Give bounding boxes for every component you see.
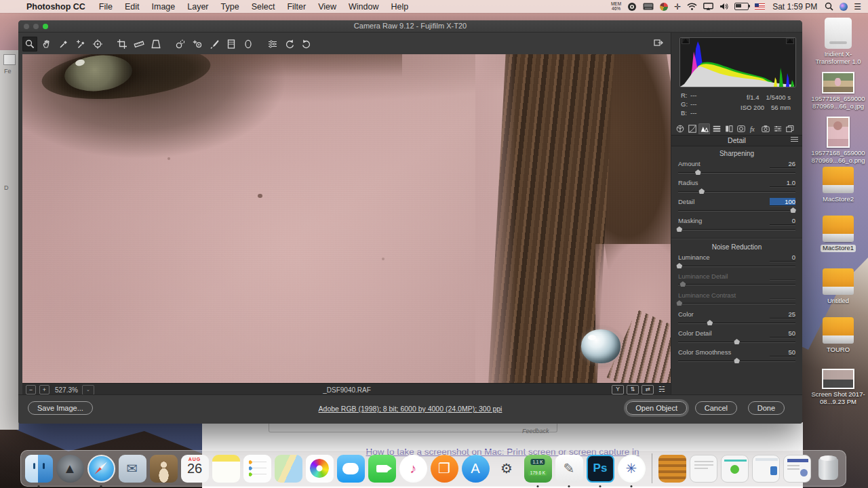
- tab-presets[interactable]: [772, 123, 783, 134]
- drive-icon[interactable]: [823, 317, 854, 344]
- slider-track[interactable]: [678, 190, 795, 192]
- slider-track[interactable]: [678, 360, 795, 362]
- dock-minimized-window-document[interactable]: [690, 455, 717, 483]
- dock-trash[interactable]: [814, 455, 842, 483]
- dock-reminders[interactable]: [243, 455, 271, 483]
- drive-icon[interactable]: [823, 268, 854, 296]
- slider-thumb[interactable]: [790, 207, 796, 213]
- menu-image[interactable]: Image: [146, 2, 182, 12]
- slider-track[interactable]: [678, 341, 795, 343]
- volume-icon[interactable]: [719, 2, 728, 12]
- slider-value[interactable]: [770, 291, 795, 299]
- menu-file[interactable]: File: [93, 2, 119, 12]
- transform-tool-icon[interactable]: [149, 37, 163, 52]
- straighten-tool-icon[interactable]: [132, 37, 146, 52]
- dock-photos[interactable]: [306, 455, 334, 483]
- histogram[interactable]: [679, 37, 796, 87]
- slider-track[interactable]: [678, 171, 795, 174]
- swap-before-after-button[interactable]: ⇅: [627, 385, 639, 394]
- dock-network-monitor[interactable]: 1.1 K179.6 K: [524, 455, 552, 483]
- menu-help[interactable]: Help: [385, 2, 415, 12]
- before-after-toggle-button[interactable]: Y: [612, 385, 624, 394]
- menu-bar-clock[interactable]: Sat 1:59 PM: [772, 2, 817, 12]
- slider-track[interactable]: [678, 302, 795, 304]
- dock-ornament-app[interactable]: ✳: [618, 455, 646, 483]
- feedback-link[interactable]: Feedback: [522, 428, 549, 434]
- background-window-sliver[interactable]: Fe D: [0, 50, 19, 430]
- dock-textedit[interactable]: ✎: [555, 455, 583, 483]
- dock-photoshop[interactable]: Ps: [587, 455, 614, 483]
- rotate-left-icon[interactable]: [282, 37, 297, 52]
- slider-value[interactable]: 0: [770, 253, 795, 262]
- zoom-in-button[interactable]: +: [39, 385, 50, 394]
- toggle-fullscreen-icon[interactable]: [650, 35, 667, 50]
- slider-value[interactable]: 1.0: [770, 179, 795, 187]
- wifi-icon[interactable]: [687, 2, 697, 12]
- color-sampler-tool-icon[interactable]: [73, 37, 88, 52]
- slider-thumb[interactable]: [734, 358, 740, 363]
- dock-calendar[interactable]: AUG26: [181, 455, 209, 483]
- zoom-tool-icon[interactable]: [22, 37, 37, 52]
- dock-launchpad[interactable]: ▲: [56, 455, 84, 483]
- desktop-icon-macstore2[interactable]: MacStore2: [808, 167, 868, 203]
- tab-tone-curve[interactable]: [686, 123, 698, 134]
- image-preview[interactable]: [22, 54, 671, 383]
- airplay-display-icon[interactable]: [703, 2, 713, 12]
- desktop-icon-touro[interactable]: TOURO: [808, 317, 868, 354]
- photo-png-icon[interactable]: [827, 117, 850, 148]
- dock-basket-app[interactable]: [658, 455, 686, 483]
- adjustment-brush-tool-icon[interactable]: [207, 37, 222, 52]
- eye-app-icon[interactable]: [627, 2, 637, 12]
- dock-minimized-window-utorrent[interactable]: [721, 455, 749, 483]
- tab-lens-corrections[interactable]: [735, 123, 747, 134]
- tab-basic[interactable]: [674, 123, 686, 134]
- slider-track[interactable]: [678, 209, 795, 211]
- menu-select[interactable]: Select: [245, 2, 281, 12]
- slider-value[interactable]: 100: [770, 198, 795, 206]
- dock-messages[interactable]: [337, 455, 365, 483]
- copy-settings-button[interactable]: ⇄: [642, 385, 654, 394]
- siri-icon[interactable]: [840, 2, 848, 12]
- dock-contacts[interactable]: [150, 455, 178, 483]
- slider-value[interactable]: [770, 272, 795, 280]
- preview-preferences-icon[interactable]: ☵: [656, 386, 667, 394]
- dialog-title-bar[interactable]: Camera Raw 9.12 - Fujifilm X-T20: [18, 20, 802, 33]
- slider-thumb[interactable]: [698, 188, 705, 194]
- screenshot-icon[interactable]: [822, 369, 854, 389]
- slider-thumb[interactable]: [695, 169, 701, 175]
- input-language-flag-icon[interactable]: [755, 3, 765, 9]
- dock-app-store[interactable]: A: [462, 455, 490, 483]
- menu-window[interactable]: Window: [342, 2, 384, 12]
- targeted-adjustment-tool-icon[interactable]: [90, 37, 105, 52]
- spotlight-search-icon[interactable]: [825, 2, 833, 12]
- dock-ibooks[interactable]: ❐: [431, 455, 458, 483]
- crop-tool-icon[interactable]: [115, 37, 130, 52]
- menu-app-name[interactable]: Photoshop CC: [20, 2, 93, 12]
- slider-thumb[interactable]: [676, 226, 682, 232]
- slider-track[interactable]: [678, 322, 795, 324]
- tab-camera-calibration[interactable]: [760, 123, 771, 134]
- move-tool-icon[interactable]: ✛: [674, 2, 681, 12]
- memory-indicator[interactable]: MEM46%: [611, 2, 621, 11]
- menu-view[interactable]: View: [312, 2, 342, 12]
- zoom-out-button[interactable]: −: [26, 385, 36, 394]
- dock-notes[interactable]: [212, 455, 240, 483]
- cancel-button[interactable]: Cancel: [695, 401, 737, 415]
- spot-removal-tool-icon[interactable]: [173, 37, 188, 52]
- menu-layer[interactable]: Layer: [181, 2, 214, 12]
- dock-facetime[interactable]: [368, 455, 396, 483]
- tab-split-toning[interactable]: [723, 123, 734, 134]
- open-object-button[interactable]: Open Object: [626, 401, 687, 415]
- panel-menu-icon[interactable]: [791, 137, 798, 142]
- whitedisk-icon[interactable]: [825, 18, 852, 49]
- menu-edit[interactable]: Edit: [119, 2, 146, 12]
- drive-icon[interactable]: [823, 167, 854, 194]
- slider-track[interactable]: [678, 283, 795, 285]
- keyboard-icon[interactable]: [643, 2, 654, 12]
- tab-hsl-grayscale[interactable]: [711, 123, 722, 134]
- done-button[interactable]: Done: [748, 401, 785, 415]
- slider-value[interactable]: 50: [770, 329, 795, 338]
- slider-thumb[interactable]: [707, 320, 713, 325]
- color-app-icon[interactable]: [660, 2, 668, 12]
- slider-thumb[interactable]: [679, 281, 686, 287]
